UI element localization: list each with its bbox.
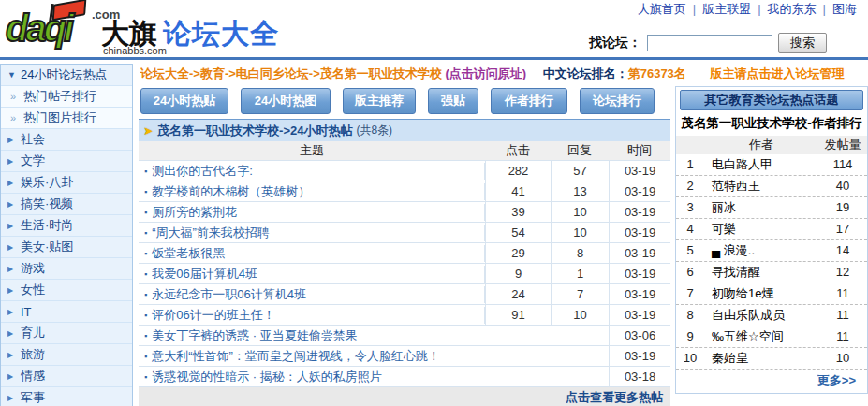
nav-link-1[interactable]: 版主联盟 — [702, 2, 751, 16]
topic-link[interactable]: 我爱06届计算机4班 — [152, 266, 257, 283]
sidebar-item-9[interactable]: ▶游戏 — [1, 258, 132, 280]
author-rank: 5 — [676, 243, 704, 257]
replies-cell: 10 — [551, 223, 609, 242]
author-name-link[interactable]: 可樂 — [704, 221, 818, 238]
sidebar-item-14[interactable]: ▶情感 — [1, 366, 132, 387]
topic-cell: ▪教学楼前的木棉树（英雄树） — [139, 183, 485, 200]
col-time: 时间 — [609, 142, 670, 159]
top-nav: 大旗首页|版主联盟|我的东东|图海 — [638, 1, 857, 18]
author-post-count: 14 — [818, 243, 867, 257]
lower-area: 24小时热贴24小时热图版主推荐强贴作者排行论坛排行 ➤ 茂名第一职业技术学校-… — [133, 84, 868, 406]
sidebar-item-label: 情感 — [21, 368, 45, 384]
sidebar-item-5[interactable]: ▶娱乐·八卦 — [1, 172, 132, 194]
tab-1[interactable]: 24小时热图 — [241, 88, 331, 114]
topic-link[interactable]: 饭堂老板很黑 — [152, 245, 225, 262]
author-table: 1电白路人甲1142范特西王403丽冰194可樂175▄ 浪漫..146寻找清醒… — [676, 154, 867, 370]
topic-link[interactable]: 教学楼前的木棉树（英雄树） — [152, 183, 310, 200]
topic-cell: ▪评价06计一的班主任！ — [139, 307, 485, 324]
topic-link[interactable]: 诱惑视觉的性暗示 · 揭秘：人妖的私房照片 — [152, 369, 382, 385]
topic-cell: ▪永远纪念市一职06计算机4班 — [139, 286, 485, 303]
sidebar-item-3[interactable]: ▶社会 — [1, 129, 132, 151]
sidebar-item-label: 搞笑·视频 — [21, 196, 73, 212]
author-row: 6寻找清醒12 — [676, 262, 867, 283]
author-name-link[interactable]: 秦始皇 — [704, 350, 818, 367]
search-input[interactable] — [647, 35, 772, 51]
topic-link[interactable]: 评价06计一的班主任！ — [152, 307, 274, 324]
author-name-link[interactable]: 自由乐队成员 — [704, 307, 818, 324]
sidebar-item-0[interactable]: ▼24小时论坛热点 — [1, 65, 132, 86]
topic-link[interactable]: 永远纪念市一职06计算机4班 — [152, 286, 306, 303]
sidebar-item-6[interactable]: ▶搞笑·视频 — [1, 194, 132, 215]
time-cell: 03-19 — [609, 284, 670, 304]
author-name-link[interactable]: 电白路人甲 — [704, 156, 818, 173]
sidebar-item-15[interactable]: ▶军事 — [1, 387, 132, 406]
sidebar-item-2[interactable]: »热门图片排行 — [1, 108, 132, 129]
tab-2[interactable]: 版主推荐 — [343, 88, 416, 114]
clicks-cell: 24 — [485, 284, 551, 304]
more-hot-posts-link[interactable]: 点击查看更多热帖 — [566, 389, 663, 406]
nav-separator: | — [693, 2, 696, 16]
topic-cell: ▪“周大福”前来我校招聘 — [139, 225, 485, 241]
more-bar: 点击查看更多热帖 — [139, 387, 670, 406]
time-cell: 03-06 — [609, 326, 670, 345]
sidebar-item-12[interactable]: ▶育儿 — [1, 323, 132, 344]
author-more-link[interactable]: 更多>> — [817, 373, 856, 387]
sidebar-item-10[interactable]: ▶女性 — [1, 280, 132, 301]
nav-link-0[interactable]: 大旗首页 — [638, 2, 686, 16]
logo-subdomain: chinabbs.com — [103, 45, 167, 56]
bullet-icon: ▪ — [144, 228, 147, 238]
author-name-link[interactable]: 初吻给1e煙 — [704, 285, 818, 302]
breadcrumb-path-link[interactable]: 论坛大全->教育->电白同乡论坛->茂名第一职业技术学校 — [140, 66, 442, 80]
nav-link-3[interactable]: 图海 — [832, 2, 857, 16]
topic-link[interactable]: 意大利“性首饰”：堂而皇之闯进视线，令人脸红心跳！ — [152, 348, 440, 365]
author-name-link[interactable]: 范特西王 — [704, 178, 818, 195]
section-title: 茂名第一职业技术学校->24小时热帖 — [157, 123, 352, 139]
tab-0[interactable]: 24小时热贴 — [140, 88, 228, 114]
author-name-link[interactable]: 丽冰 — [704, 199, 818, 216]
topic-link[interactable]: “周大福”前来我校招聘 — [152, 225, 270, 241]
chevron-right-icon: ▶ — [7, 265, 21, 273]
author-name-link[interactable]: ‰五维☆空间 — [704, 328, 818, 345]
author-post-count: 40 — [818, 179, 867, 193]
tab-5[interactable]: 论坛排行 — [580, 88, 655, 114]
visit-origin-link[interactable]: (点击访问原址) — [445, 66, 526, 80]
author-rank: 8 — [676, 308, 704, 322]
author-name-link[interactable]: 寻找清醒 — [704, 264, 818, 281]
left-sidebar: ▼24小时论坛热点»热门帖子排行»热门图片排行▶社会▶文学▶娱乐·八卦▶搞笑·视… — [0, 64, 133, 406]
sidebar-item-4[interactable]: ▶文学 — [1, 151, 132, 172]
author-row: 10秦始皇10 — [676, 348, 867, 370]
sidebar-item-label: 美女·贴图 — [21, 239, 73, 255]
chevron-right-icon: ▶ — [7, 179, 21, 187]
author-row: 3丽冰19 — [676, 197, 867, 219]
sidebar-item-1[interactable]: »热门帖子排行 — [1, 86, 132, 108]
topic-link[interactable]: 厕所旁的紫荆花 — [152, 204, 237, 221]
author-name-link[interactable]: ▄ 浪漫.. — [704, 242, 818, 259]
tab-4[interactable]: 作者排行 — [491, 88, 567, 114]
page-header: daqi .com 大旗 论坛大全 chinabbs.com 大旗首页|版主联盟… — [0, 0, 868, 57]
author-table-header: 作者 发帖量 — [676, 136, 867, 154]
sidebar-item-13[interactable]: ▶旅游 — [1, 344, 132, 366]
sidebar-item-8[interactable]: ▶美女·贴图 — [1, 237, 132, 258]
time-cell: 03-19 — [609, 305, 670, 325]
sidebar-item-7[interactable]: ▶生活·时尚 — [1, 215, 132, 237]
table-row: ▪测出你的古代名字:2825703-19 — [139, 161, 670, 181]
author-row: 4可樂17 — [676, 219, 867, 240]
other-edu-forums-button[interactable]: 其它教育类论坛热点话题 — [680, 90, 863, 110]
topic-cell: ▪美女丁字裤的诱惑 · 亚当夏娃偷尝禁果 — [139, 327, 609, 344]
author-more-row: 更多>> — [676, 370, 867, 393]
topic-link[interactable]: 测出你的古代名字: — [152, 163, 253, 180]
moderator-admin-link[interactable]: 版主请点击进入论坛管理 — [710, 66, 844, 80]
tab-3[interactable]: 强贴 — [428, 88, 478, 114]
replies-cell: 8 — [551, 243, 609, 263]
sub-bullet-icon: » — [10, 112, 23, 123]
nav-link-2[interactable]: 我的东东 — [768, 2, 817, 16]
main-column: 24小时热贴24小时热图版主推荐强贴作者排行论坛排行 ➤ 茂名第一职业技术学校-… — [139, 84, 670, 406]
author-ranking-title: 茂名第一职业技术学校-作者排行 — [676, 113, 867, 136]
clicks-cell: 41 — [485, 181, 551, 201]
topic-link[interactable]: 美女丁字裤的诱惑 · 亚当夏娃偷尝禁果 — [152, 327, 358, 344]
daqi-logo[interactable]: daqi .com 大旗 论坛大全 chinabbs.com — [6, 0, 296, 56]
time-cell: 03-19 — [609, 346, 670, 366]
search-button[interactable]: 搜索 — [778, 33, 827, 53]
table-row: ▪美女丁字裤的诱惑 · 亚当夏娃偷尝禁果03-06 — [139, 326, 670, 346]
sidebar-item-11[interactable]: ▶IT — [1, 301, 132, 323]
